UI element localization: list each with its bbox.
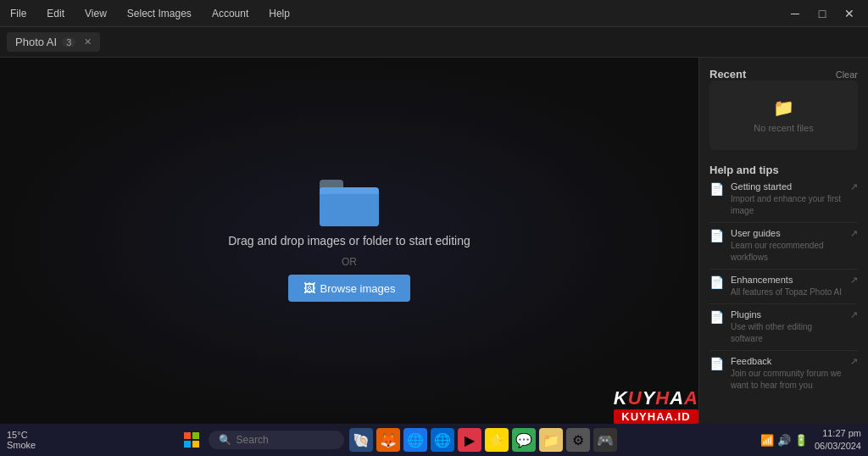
recent-box: 📁 No recent files [709,81,858,150]
taskbar-app-4[interactable]: 🌐 [431,428,454,452]
taskbar-app-2[interactable]: 🦊 [376,428,400,452]
enhancements-content: Enhancements All features of Topaz Photo… [731,275,843,298]
feedback-content: Feedback Join our community forum we wan… [731,356,843,392]
clock[interactable]: 11:27 pm 06/03/2024 [815,427,861,453]
search-bar[interactable]: 🔍 [209,431,344,449]
taskbar-app-1[interactable]: 🐚 [349,428,373,452]
feedback-icon: 📄 [709,357,724,370]
sidebar: Recent Clear 📁 No recent files Help and … [698,58,868,424]
svg-rect-3 [192,441,199,448]
feedback-desc: Join our community forum we want to hear… [731,368,843,392]
recent-title: Recent [709,68,746,81]
weather-desc: Smoke [7,440,36,450]
time: 11:27 pm [815,427,861,440]
svg-rect-0 [184,432,191,439]
tab-badge: 3 [62,37,75,47]
no-files-text: No recent files [754,123,813,133]
taskbar-center: 🔍 🐚 🦊 🌐 🌐 ▶ ⭐ 💬 📁 ⚙ 🎮 [180,428,617,452]
drop-text: Drag and drop images or folder to start … [228,233,470,250]
taskbar-app-6[interactable]: ⭐ [485,428,509,452]
user-guides-desc: Learn our recommended workflows [731,240,843,264]
taskbar-app-9[interactable]: ⚙ [566,428,590,452]
window-controls: ─ □ ✕ [783,5,861,22]
feedback-link-icon: ↗ [850,356,858,367]
tab-label: Photo AI [15,36,57,48]
title-bar: File Edit View Select Images Account Hel… [0,0,868,27]
battery-icon: 🔋 [794,434,808,447]
temperature: 15°C [7,430,36,440]
help-item-plugins[interactable]: 📄 Plugins Use with other editing softwar… [709,304,858,351]
user-guides-title: User guides [731,228,843,238]
browse-images-button[interactable]: 🖼 Browse images [288,275,411,302]
feedback-title: Feedback [731,356,843,366]
svg-rect-2 [184,441,191,448]
help-item-user-guides[interactable]: 📄 User guides Learn our recommended work… [709,223,858,270]
minimize-button[interactable]: ─ [783,5,807,22]
date: 06/03/2024 [815,440,861,453]
plugins-content: Plugins Use with other editing software [731,309,843,345]
enhancements-link-icon: ↗ [850,275,858,286]
recent-section: Recent Clear 📁 No recent files [709,68,858,150]
menu-account[interactable]: Account [209,6,252,21]
menu-view[interactable]: View [81,6,110,21]
start-button[interactable] [180,428,203,452]
main-area: Drag and drop images or folder to start … [0,58,868,424]
enhancements-title: Enhancements [731,275,843,285]
getting-started-link-icon: ↗ [850,181,858,192]
volume-icon: 🔊 [777,434,791,447]
recent-header: Recent Clear [709,68,858,81]
help-item-feedback[interactable]: 📄 Feedback Join our community forum we w… [709,351,858,397]
system-tray-icons: 📶 🔊 🔋 [760,434,808,447]
user-guides-link-icon: ↗ [850,228,858,239]
tab-close-icon[interactable]: ✕ [84,36,92,47]
enhancements-icon: 📄 [709,275,724,289]
taskbar-app-10[interactable]: 🎮 [593,428,617,452]
search-input[interactable] [236,434,330,446]
close-button[interactable]: ✕ [837,5,861,22]
drop-content: Drag and drop images or folder to start … [228,180,470,303]
tab-bar: Photo AI 3 ✕ [0,27,868,58]
or-text: OR [342,256,357,268]
svg-rect-1 [192,432,199,439]
plugins-icon: 📄 [709,310,724,324]
getting-started-icon: 📄 [709,182,724,196]
maximize-button[interactable]: □ [810,5,834,22]
clear-button[interactable]: Clear [836,70,858,80]
weather-info: 15°C Smoke [7,430,36,450]
getting-started-title: Getting started [731,181,843,192]
taskbar-right: 📶 🔊 🔋 11:27 pm 06/03/2024 [760,427,861,453]
help-item-getting-started[interactable]: 📄 Getting started Import and enhance you… [709,176,858,223]
user-guides-icon: 📄 [709,229,724,242]
taskbar-left: 15°C Smoke [7,430,36,450]
folder-icon [320,180,379,226]
getting-started-desc: Import and enhance your first image [731,193,843,217]
browse-icon: 🖼 [303,281,315,295]
plugins-link-icon: ↗ [850,309,858,320]
menu-bar: File Edit View Select Images Account Hel… [7,6,293,21]
taskbar-apps: 🐚 🦊 🌐 🌐 ▶ ⭐ 💬 📁 ⚙ 🎮 [349,428,617,452]
taskbar-app-8[interactable]: 📁 [539,428,563,452]
wifi-icon: 📶 [760,434,774,447]
taskbar-app-3[interactable]: 🌐 [403,428,427,452]
no-files-icon: 📁 [773,97,794,118]
plugins-desc: Use with other editing software [731,321,843,345]
plugins-title: Plugins [731,309,843,320]
menu-file[interactable]: File [7,6,30,21]
menu-help[interactable]: Help [265,6,293,21]
taskbar-app-5[interactable]: ▶ [458,428,481,452]
menu-edit[interactable]: Edit [43,6,68,21]
getting-started-content: Getting started Import and enhance your … [731,181,843,217]
help-title: Help and tips [709,164,858,176]
browse-label: Browse images [320,282,396,295]
taskbar-app-7[interactable]: 💬 [512,428,536,452]
enhancements-desc: All features of Topaz Photo AI [731,286,843,298]
user-guides-content: User guides Learn our recommended workfl… [731,228,843,264]
menu-select-images[interactable]: Select Images [124,6,195,21]
help-section: Help and tips 📄 Getting started Import a… [709,160,858,397]
search-icon: 🔍 [219,434,231,446]
taskbar: 15°C Smoke 🔍 🐚 🦊 🌐 🌐 [0,424,868,456]
help-item-enhancements[interactable]: 📄 Enhancements All features of Topaz Pho… [709,270,858,304]
tab-photo-ai[interactable]: Photo AI 3 ✕ [7,32,100,52]
drop-zone[interactable]: Drag and drop images or folder to start … [0,58,698,424]
